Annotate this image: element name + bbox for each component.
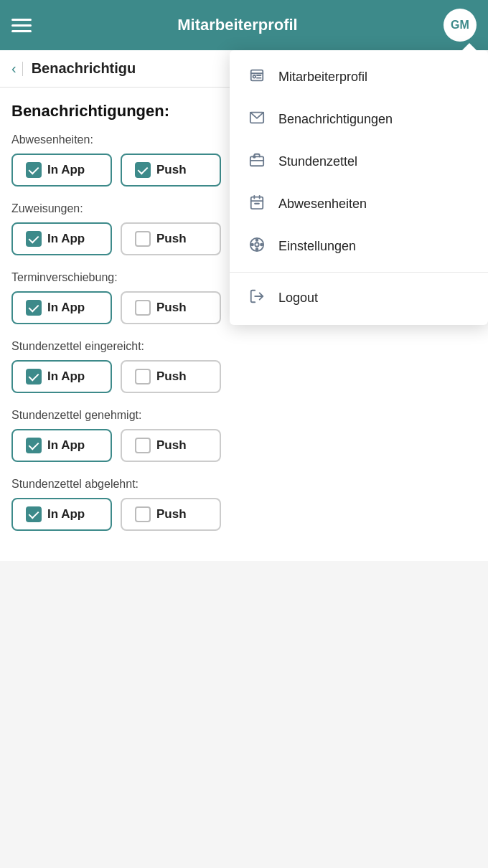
svg-point-16 [261, 244, 263, 246]
dropdown-item-label-benachrichtigungen: Benachrichtigungen [278, 112, 393, 127]
checkbox-row-5: In AppPush [11, 498, 477, 531]
svg-point-15 [251, 244, 253, 246]
dropdown-item-stundenzettel[interactable]: Stundenzettel [230, 141, 488, 183]
group-label-3: Stundenzettel eingereicht: [11, 340, 477, 353]
hamburger-menu-button[interactable] [11, 19, 32, 32]
group-label-4: Stundenzettel genehmigt: [11, 409, 477, 422]
in-app-icon-3 [26, 369, 42, 385]
app-header: Mitarbeiterprofil GM [0, 0, 488, 50]
svg-point-17 [256, 239, 258, 241]
settings-icon [247, 237, 267, 256]
dropdown-item-label-mitarbeiterprofil: Mitarbeiterprofil [278, 70, 367, 85]
svg-point-14 [255, 242, 259, 247]
push-checkbox-4[interactable]: Push [121, 429, 221, 462]
in-app-label-0: In App [47, 163, 85, 177]
in-app-checkbox-4[interactable]: In App [11, 429, 112, 462]
push-icon-5 [135, 506, 151, 522]
back-button[interactable]: ‹ [11, 60, 17, 77]
push-checkbox-3[interactable]: Push [121, 360, 221, 393]
push-label-1: Push [156, 232, 187, 246]
in-app-icon-2 [26, 300, 42, 316]
push-icon-1 [135, 231, 151, 247]
notification-group-4: Stundenzettel genehmigt:In AppPush [11, 409, 477, 462]
push-icon-2 [135, 300, 151, 316]
push-label-5: Push [156, 507, 187, 522]
push-label-4: Push [156, 438, 187, 453]
push-label-2: Push [156, 301, 187, 315]
push-checkbox-5[interactable]: Push [121, 498, 221, 531]
calendar-icon [247, 194, 267, 214]
in-app-icon-0 [26, 162, 42, 178]
push-icon-3 [135, 369, 151, 385]
in-app-checkbox-2[interactable]: In App [11, 291, 112, 324]
checkbox-row-4: In AppPush [11, 429, 477, 462]
dropdown-item-label-logout: Logout [278, 291, 318, 306]
avatar[interactable]: GM [444, 9, 477, 42]
in-app-icon-5 [26, 506, 42, 522]
push-icon-4 [135, 438, 151, 453]
dropdown-divider [230, 272, 488, 273]
in-app-icon-1 [26, 231, 42, 247]
mail-icon [247, 110, 267, 129]
in-app-label-2: In App [47, 301, 85, 315]
in-app-checkbox-1[interactable]: In App [11, 222, 112, 255]
push-checkbox-2[interactable]: Push [121, 291, 221, 324]
in-app-label-4: In App [47, 438, 85, 453]
in-app-checkbox-0[interactable]: In App [11, 154, 112, 187]
in-app-label-3: In App [47, 369, 85, 384]
dropdown-item-label-einstellungen: Einstellungen [278, 239, 356, 254]
in-app-icon-4 [26, 438, 42, 453]
dropdown-item-einstellungen[interactable]: Einstellungen [230, 225, 488, 268]
in-app-label-1: In App [47, 232, 85, 246]
header-title: Mitarbeiterprofil [177, 16, 297, 34]
in-app-label-5: In App [47, 507, 85, 522]
dropdown-item-benachrichtigungen[interactable]: Benachrichtigungen [230, 98, 488, 141]
svg-point-18 [256, 248, 258, 250]
notification-group-5: Stundenzettel abgelehnt:In AppPush [11, 478, 477, 531]
dropdown-menu: MitarbeiterprofilBenachrichtigungenStund… [230, 50, 488, 325]
logout-icon [247, 288, 267, 308]
in-app-checkbox-5[interactable]: In App [11, 498, 112, 531]
dropdown-item-abwesenheiten[interactable]: Abwesenheiten [230, 183, 488, 225]
sub-header-title: Benachrichtigu [32, 60, 136, 77]
svg-rect-6 [250, 156, 263, 166]
dropdown-item-label-stundenzettel: Stundenzettel [278, 154, 357, 169]
person-icon [247, 67, 267, 87]
in-app-checkbox-3[interactable]: In App [11, 360, 112, 393]
briefcase-icon [247, 152, 267, 171]
svg-point-2 [253, 75, 256, 78]
group-label-5: Stundenzettel abgelehnt: [11, 478, 477, 491]
dropdown-item-label-abwesenheiten: Abwesenheiten [278, 197, 367, 212]
checkbox-row-3: In AppPush [11, 360, 477, 393]
push-checkbox-0[interactable]: Push [121, 154, 221, 187]
push-icon-0 [135, 162, 151, 178]
push-label-0: Push [156, 163, 187, 177]
dropdown-item-mitarbeiterprofil[interactable]: Mitarbeiterprofil [230, 56, 488, 98]
notification-group-3: Stundenzettel eingereicht:In AppPush [11, 340, 477, 393]
svg-point-7 [253, 156, 255, 158]
push-label-3: Push [156, 369, 187, 384]
divider [22, 62, 23, 76]
push-checkbox-1[interactable]: Push [121, 222, 221, 255]
dropdown-item-logout[interactable]: Logout [230, 277, 488, 319]
